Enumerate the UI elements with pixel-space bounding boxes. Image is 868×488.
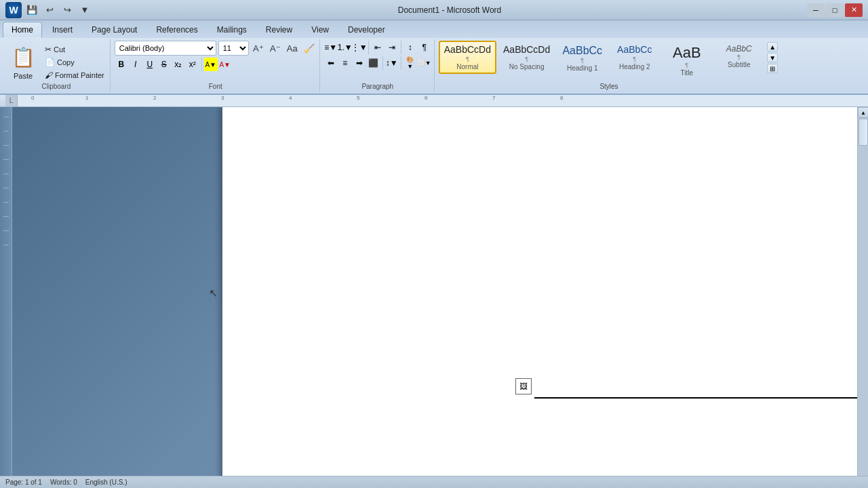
minimize-button[interactable]: ─ <box>807 3 825 17</box>
sort-button[interactable]: ↕ <box>403 41 417 54</box>
margin-tick-1 <box>3 117 9 117</box>
bullet-list-button[interactable]: ≡▼ <box>324 41 338 54</box>
styles-more-button[interactable]: ⊞ <box>767 64 778 73</box>
grow-font-button[interactable]: A⁺ <box>251 41 266 56</box>
format-painter-button[interactable]: 🖌 Format Painter <box>42 69 107 81</box>
tab-page-layout[interactable]: Page Layout <box>83 22 146 38</box>
text-cursor-line <box>534 397 857 399</box>
shrink-font-button[interactable]: A⁻ <box>268 41 283 56</box>
scroll-thumb[interactable] <box>859 119 868 146</box>
paste-button[interactable]: 📋 Paste <box>5 41 41 81</box>
shading-button[interactable]: 🎨▼ <box>403 56 417 70</box>
save-button[interactable]: 💾 <box>24 3 39 18</box>
style-title-icon: ¶ <box>685 62 688 68</box>
show-marks-button[interactable]: ¶ <box>418 41 431 54</box>
tab-mailings[interactable]: Mailings <box>208 22 256 38</box>
para-sep4 <box>401 56 401 70</box>
style-nospace-label: No Spacing <box>509 63 545 70</box>
para-group-label: Paragraph <box>324 83 431 91</box>
align-right-button[interactable]: ➡ <box>353 56 366 70</box>
ruler-corner[interactable]: L <box>5 95 18 107</box>
margin-tick-7 <box>3 202 9 203</box>
para-row1: ≡▼ 1.▼ ⋮▼ ⇤ ⇥ ↕ ¶ <box>324 41 431 54</box>
maximize-button[interactable]: □ <box>826 3 844 17</box>
ruler-mark-2: 2 <box>153 95 156 101</box>
style-subtitle-icon: ¶ <box>737 54 741 60</box>
title-bar: W 💾 ↩ ↪ ▼ Document1 - Microsoft Word ─ □… <box>0 0 868 20</box>
styles-down-button[interactable]: ▼ <box>767 53 778 62</box>
decrease-indent-button[interactable]: ⇤ <box>371 41 384 54</box>
tab-view[interactable]: View <box>302 22 338 38</box>
bold-button[interactable]: B <box>115 58 128 71</box>
font-group: Calibri (Body) Arial Times New Roman 8 9… <box>112 39 320 92</box>
ruler-mark-3: 3 <box>221 95 224 101</box>
cut-label: Cut <box>54 45 65 54</box>
style-normal[interactable]: AaBbCcDd ¶ Normal <box>439 41 496 74</box>
strikethrough-button[interactable]: S <box>157 58 171 71</box>
subscript-button[interactable]: x₂ <box>172 58 185 71</box>
tab-insert[interactable]: Insert <box>43 22 81 38</box>
font-row1: Calibri (Body) Arial Times New Roman 8 9… <box>115 41 317 56</box>
more-button[interactable]: ▼ <box>77 3 92 18</box>
superscript-button[interactable]: x² <box>186 58 199 71</box>
increase-indent-button[interactable]: ⇥ <box>385 41 399 54</box>
line-spacing-button[interactable]: ↕▼ <box>385 56 399 70</box>
scroll-up-button[interactable]: ▲ <box>858 107 868 118</box>
ribbon-tab-bar: Home Insert Page Layout References Maili… <box>0 20 868 38</box>
words-status: Words: 0 <box>50 479 77 486</box>
tab-developer[interactable]: Developer <box>339 22 394 38</box>
copy-button[interactable]: 📄 Copy <box>42 56 107 68</box>
paragraph-group: ≡▼ 1.▼ ⋮▼ ⇤ ⇥ ↕ ¶ ⬅ ≡ ➡ ⬛ ↕▼ <box>321 39 435 92</box>
cut-icon: ✂ <box>45 45 52 54</box>
tab-review[interactable]: Review <box>257 22 301 38</box>
style-title[interactable]: AaB ¶ Title <box>661 41 712 80</box>
undo-button[interactable]: ↩ <box>42 3 57 18</box>
format-painter-label: Format Painter <box>55 71 104 79</box>
scroll-track[interactable] <box>858 118 868 488</box>
style-heading2[interactable]: AaBbCc ¶ Heading 2 <box>609 41 660 74</box>
logo-letter: W <box>9 5 18 16</box>
clear-format-button[interactable]: 🧹 <box>302 41 317 56</box>
margin-tick-3 <box>3 145 9 146</box>
document-page[interactable]: 🖼 <box>222 107 857 488</box>
styles-up-button[interactable]: ▲ <box>767 42 778 52</box>
text-highlight-button[interactable]: A▼ <box>204 58 218 71</box>
title-bar-left: W 💾 ↩ ↪ ▼ <box>5 2 92 18</box>
ruler-mark-1: 1 <box>85 95 88 101</box>
style-subtitle[interactable]: AaBbC ¶ Subtitle <box>713 41 764 72</box>
style-normal-label: Normal <box>456 63 478 70</box>
align-left-button[interactable]: ⬅ <box>324 56 338 70</box>
italic-button[interactable]: I <box>129 58 142 71</box>
margin-tick-9 <box>3 230 9 231</box>
ruler-mark-6: 6 <box>425 95 427 101</box>
align-center-button[interactable]: ≡ <box>338 56 352 70</box>
tab-references[interactable]: References <box>147 22 206 38</box>
ruler-mark-4: 4 <box>289 95 292 101</box>
change-case-button[interactable]: Aa <box>285 41 300 56</box>
font-color-button[interactable]: A▼ <box>218 58 232 71</box>
ruler: L 0 1 2 3 4 5 6 7 8 <box>0 95 868 107</box>
font-size-select[interactable]: 8 9 10 11 12 14 16 18 <box>218 41 249 56</box>
style-nospace-preview: AaBbCcDd <box>503 44 550 56</box>
tab-home[interactable]: Home <box>3 22 42 38</box>
ruler-track: 0 1 2 3 4 5 6 7 8 <box>18 95 868 106</box>
style-normal-icon: ¶ <box>466 56 469 62</box>
border-button[interactable]: ⬜▼ <box>418 56 431 70</box>
font-family-select[interactable]: Calibri (Body) Arial Times New Roman <box>115 41 216 56</box>
redo-button[interactable]: ↪ <box>60 3 75 18</box>
text-cursor-icon: 🖼 <box>515 378 532 394</box>
style-subtitle-label: Subtitle <box>728 61 750 68</box>
document-area[interactable]: ↖ 🖼 <box>12 107 857 488</box>
style-normal-preview: AaBbCcDd <box>444 44 491 56</box>
justify-button[interactable]: ⬛ <box>367 56 380 70</box>
style-heading1[interactable]: AaBbCc ¶ Heading 1 <box>557 41 608 75</box>
underline-button[interactable]: U <box>143 58 157 71</box>
style-h2-preview: AaBbCc <box>617 44 652 56</box>
style-nospace[interactable]: AaBbCcDd ¶ No Spacing <box>498 41 555 74</box>
close-button[interactable]: ✕ <box>845 3 863 17</box>
cut-button[interactable]: ✂ Cut <box>42 43 107 56</box>
right-scrollbar[interactable]: ▲ ▼ <box>857 107 868 488</box>
numbered-list-button[interactable]: 1.▼ <box>338 41 352 54</box>
multilevel-list-button[interactable]: ⋮▼ <box>353 41 366 54</box>
para-sep1 <box>368 41 369 54</box>
